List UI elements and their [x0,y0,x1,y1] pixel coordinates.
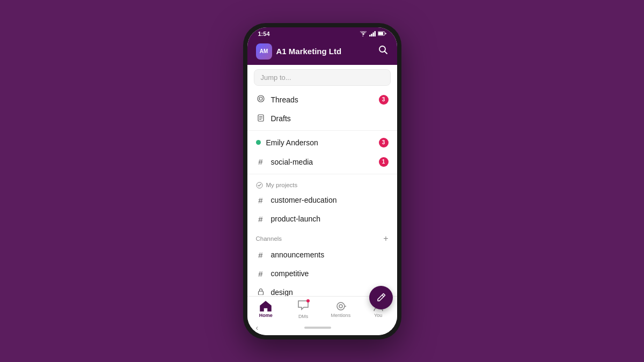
battery-icon [378,31,386,36]
header-left: AM A1 Marketing Ltd [256,43,342,60]
nav-mentions[interactable]: Mentions [322,301,360,318]
main-content: Threads 3 Drafts [247,90,397,296]
social-media-badge: 1 [379,157,389,167]
status-bar: 1:54 [247,27,397,39]
search-icon [378,45,389,55]
svg-point-8 [258,95,264,102]
app-header: AM A1 Marketing Ltd [247,39,397,65]
divider-2 [247,174,397,174]
nav-dms-label: DMs [298,314,309,319]
online-indicator [256,140,261,145]
search-placeholder: Jump to... [261,73,291,82]
emily-anderson-item[interactable]: Emily Anderson 3 [247,133,397,152]
channels-section-header: Channels + [247,228,397,246]
svg-line-7 [384,51,387,54]
nav-home-label: Home [259,313,273,318]
workspace-name[interactable]: A1 Marketing Ltd [276,47,342,56]
lock-icon-design [256,288,266,296]
add-channel-button[interactable]: + [383,234,388,243]
jump-to-search[interactable]: Jump to... [254,69,391,86]
hash-icon-customer: # [256,196,266,205]
status-icons [360,31,386,36]
dm-section: Emily Anderson 3 # social-media 1 [247,133,397,172]
svg-rect-3 [374,31,376,36]
threads-item[interactable]: Threads 3 [247,90,397,109]
nav-mentions-label: Mentions [331,313,351,318]
signal-icon [369,31,376,36]
emily-anderson-badge: 3 [379,138,389,147]
my-projects-label: My projects [266,182,298,188]
my-projects-section: # customer-education # product-launch [247,191,397,228]
announcements-item[interactable]: # announcements [247,246,397,264]
my-projects-section-label: My projects [247,176,397,191]
svg-point-18 [339,305,342,308]
drafts-item[interactable]: Drafts [247,109,397,128]
compose-icon [376,292,386,303]
customer-education-label: customer-education [271,196,389,204]
hash-icon-product: # [256,215,266,224]
home-bar: ‹ [247,321,397,335]
divider-1 [247,130,397,131]
phone-frame: 1:54 [243,23,401,339]
nav-home[interactable]: Home [247,301,285,318]
svg-point-17 [337,302,345,310]
emily-anderson-label: Emily Anderson [266,138,379,147]
wifi-icon [360,31,367,36]
social-media-item[interactable]: # social-media 1 [247,152,397,172]
svg-rect-2 [372,32,374,36]
svg-rect-0 [369,35,371,36]
nav-dms[interactable]: DMs [284,300,322,319]
quick-items-section: Threads 3 Drafts [247,90,397,128]
announcements-label: announcements [271,250,389,259]
product-launch-item[interactable]: # product-launch [247,210,397,228]
phone-screen: 1:54 [247,27,397,335]
home-indicator [304,327,331,329]
status-time: 1:54 [258,31,270,37]
svg-line-16 [382,295,384,297]
drafts-label: Drafts [271,114,389,123]
threads-icon [256,95,266,104]
customer-education-item[interactable]: # customer-education [247,191,397,210]
svg-rect-1 [371,34,372,36]
my-projects-icon [256,182,263,189]
drafts-icon [256,114,266,123]
mentions-icon [335,301,347,312]
svg-rect-15 [258,291,263,295]
dms-notification-dot [306,299,310,302]
competitive-label: competitive [271,269,389,278]
threads-label: Threads [271,95,379,104]
competitive-item[interactable]: # competitive [247,264,397,283]
home-icon [260,301,272,312]
search-bar-container: Jump to... [247,65,397,90]
back-button[interactable]: ‹ [256,323,259,332]
nav-you-label: You [374,313,382,318]
svg-point-9 [259,97,262,100]
hash-icon-competitive: # [256,269,266,278]
hash-icon-announcements: # [256,250,266,260]
channels-label: Channels [256,235,282,242]
product-launch-label: product-launch [271,215,389,223]
header-search-button[interactable] [378,45,389,58]
threads-badge: 3 [379,95,389,105]
social-media-label: social-media [271,158,379,166]
hash-icon-social: # [256,157,266,166]
compose-button[interactable] [369,286,393,309]
svg-rect-5 [378,32,383,35]
workspace-avatar[interactable]: AM [256,43,272,60]
